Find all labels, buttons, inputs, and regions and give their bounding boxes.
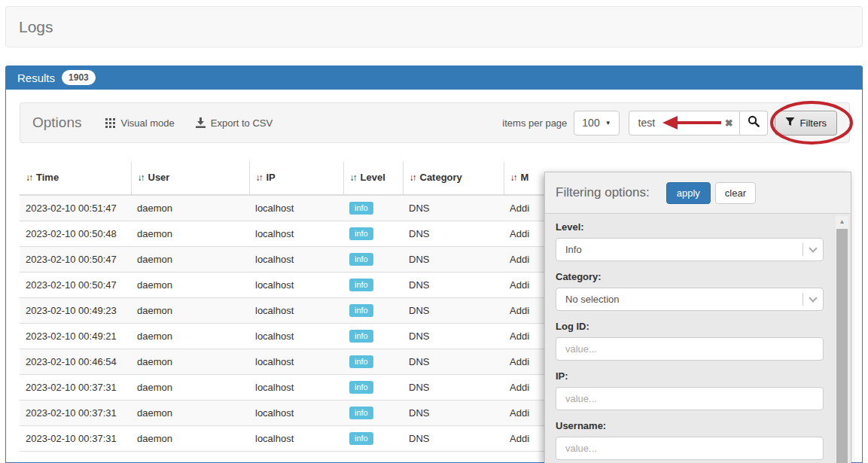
items-per-page-dropdown[interactable]: 100 ▼ — [574, 111, 619, 136]
cell-user: daemon — [131, 221, 249, 247]
export-csv-button[interactable]: Export to CSV — [196, 117, 273, 129]
cell-level: info — [343, 426, 403, 452]
cell-level: info — [343, 247, 403, 273]
chevron-down-icon — [809, 244, 817, 252]
column-header-user[interactable]: ↓↑User — [131, 162, 249, 195]
filter-input-username[interactable] — [556, 437, 824, 460]
search-input-wrap: ✖ — [629, 111, 740, 136]
cell-time: 2023-02-10 00:51:47 — [20, 195, 131, 221]
filter-panel: Filtering options: apply clear Level:Inf… — [544, 172, 851, 463]
cell-user: daemon — [131, 324, 249, 349]
cell-time: 2023-02-10 00:50:47 — [20, 273, 131, 298]
column-header-time[interactable]: ↓↑Time — [20, 162, 131, 195]
filter-field: Level:Info — [556, 221, 824, 261]
column-header-ip[interactable]: ↓↑IP — [249, 162, 343, 195]
selected-value: No selection — [565, 294, 620, 305]
cell-level: info — [343, 221, 403, 247]
column-header-level[interactable]: ↓↑Level — [343, 162, 403, 195]
level-badge: info — [349, 253, 373, 266]
sort-icon[interactable]: ↓↑ — [256, 172, 262, 183]
filter-panel-header: Filtering options: apply clear — [545, 172, 851, 214]
level-badge: info — [349, 355, 373, 368]
logs-header-bar: Logs — [5, 6, 863, 47]
filter-field-label: Username: — [556, 420, 824, 431]
cell-user: daemon — [131, 298, 249, 324]
cell-ip: localhost — [249, 273, 343, 298]
scrollbar-thumb[interactable] — [836, 229, 848, 463]
cell-user: daemon — [131, 401, 249, 426]
cell-category: DNS — [403, 273, 504, 298]
cell-category: DNS — [403, 375, 504, 401]
filter-select-category[interactable]: No selection — [556, 288, 824, 311]
filter-input-ip[interactable] — [556, 387, 824, 410]
level-badge: info — [349, 202, 373, 215]
cell-level: info — [343, 324, 403, 349]
cell-user: daemon — [131, 375, 249, 401]
sort-icon[interactable]: ↓↑ — [138, 172, 144, 183]
select-controls — [803, 239, 816, 260]
filter-input-logid[interactable] — [556, 337, 824, 361]
filter-field: IP: — [556, 370, 824, 410]
search-button[interactable] — [740, 111, 768, 136]
visual-mode-button[interactable]: Visual mode — [105, 117, 174, 129]
filter-panel-scrollbar[interactable]: ▲ — [836, 216, 848, 463]
search-icon — [748, 115, 760, 130]
download-icon — [196, 117, 206, 128]
cell-level: info — [343, 195, 403, 221]
cell-level: info — [343, 298, 403, 324]
filter-field-label: Category: — [556, 271, 824, 282]
cell-ip: localhost — [249, 247, 343, 273]
sort-icon[interactable]: ↓↑ — [26, 172, 32, 183]
search-group: ✖ — [629, 111, 768, 136]
cell-category: DNS — [403, 426, 504, 452]
level-badge: info — [349, 227, 373, 240]
cell-category: DNS — [403, 324, 504, 349]
cell-time: 2023-02-10 00:50:47 — [20, 247, 131, 273]
page-title: Logs — [19, 18, 53, 36]
cell-level: info — [343, 375, 403, 401]
cell-time: 2023-02-10 00:37:31 — [20, 401, 131, 426]
apply-button[interactable]: apply — [666, 182, 711, 204]
search-input[interactable] — [629, 111, 739, 135]
filters-button[interactable]: Filters — [775, 111, 837, 136]
cell-user: daemon — [131, 349, 249, 375]
level-badge: info — [349, 407, 373, 419]
clear-search-icon[interactable]: ✖ — [725, 117, 733, 129]
filter-field: Username: — [556, 420, 824, 460]
filter-funnel-icon — [785, 117, 795, 129]
select-controls — [803, 288, 816, 310]
cell-user: daemon — [131, 247, 249, 273]
cell-ip: localhost — [249, 426, 343, 452]
selected-value: Info — [565, 244, 582, 255]
level-badge: info — [349, 381, 373, 394]
sort-icon[interactable]: ↓↑ — [410, 172, 416, 183]
filter-field: Category:No selection — [556, 271, 824, 311]
sort-icon[interactable]: ↓↑ — [510, 172, 516, 183]
column-header-category[interactable]: ↓↑Category — [403, 162, 504, 195]
level-badge: info — [349, 432, 373, 445]
cell-time: 2023-02-10 00:49:21 — [20, 324, 131, 349]
caret-down-icon: ▼ — [605, 120, 611, 126]
options-title: Options — [32, 114, 81, 131]
clear-button[interactable]: clear — [715, 182, 756, 204]
export-csv-label: Export to CSV — [211, 117, 273, 129]
cell-category: DNS — [403, 349, 504, 375]
toolbar-right-group: items per page 100 ▼ ✖ — [502, 111, 837, 136]
cell-level: info — [343, 401, 403, 426]
items-per-page-value: 100 — [582, 117, 599, 129]
cell-ip: localhost — [249, 298, 343, 324]
filter-field-label: IP: — [556, 370, 824, 382]
cell-ip: localhost — [249, 195, 343, 221]
cell-category: DNS — [403, 221, 504, 247]
results-count-badge: 1903 — [62, 70, 96, 85]
scroll-up-button[interactable]: ▲ — [836, 216, 848, 227]
filter-field-label: Level: — [556, 221, 824, 233]
cell-ip: localhost — [249, 324, 343, 349]
sort-icon[interactable]: ↓↑ — [350, 172, 356, 183]
filter-select-level[interactable]: Info — [556, 238, 824, 261]
cell-time: 2023-02-10 00:37:31 — [20, 375, 131, 401]
filter-panel-body: Level:InfoCategory:No selectionLog ID:IP… — [545, 214, 851, 460]
cell-ip: localhost — [249, 221, 343, 247]
cell-time: 2023-02-10 00:46:54 — [20, 349, 131, 375]
filter-field-label: Log ID: — [556, 321, 824, 332]
